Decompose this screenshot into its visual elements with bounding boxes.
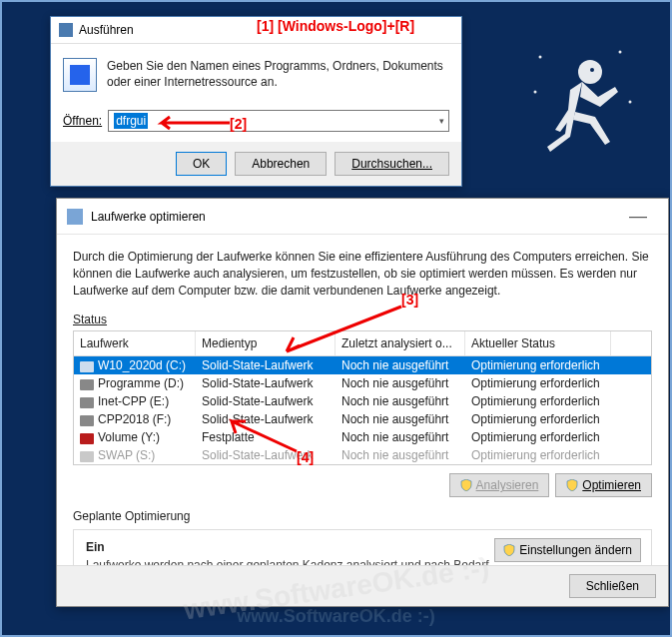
change-settings-button[interactable]: Einstellungen ändern xyxy=(494,538,641,562)
drive-icon xyxy=(80,415,94,426)
table-row[interactable]: Programme (D:)Solid-State-LaufwerkNoch n… xyxy=(74,374,651,392)
scheduled-label: Geplante Optimierung xyxy=(73,509,652,523)
sched-on: Ein xyxy=(86,540,146,554)
drive-name: Volume (Y:) xyxy=(98,430,160,444)
drive-name: SWAP (S:) xyxy=(98,448,155,462)
drive-name: Programme (D:) xyxy=(98,376,184,390)
drive-type: Solid-State-Laufwerk xyxy=(196,410,336,428)
drive-name: W10_2020d (C:) xyxy=(98,358,186,372)
optimizer-titlebar[interactable]: Laufwerke optimieren — xyxy=(57,199,668,235)
ok-button[interactable]: OK xyxy=(176,152,227,176)
shield-icon xyxy=(460,479,472,491)
table-row[interactable]: Volume (Y:)FestplatteNoch nie ausgeführt… xyxy=(74,428,651,446)
drive-status: Optimierung erforderlich xyxy=(465,410,611,428)
analyze-button[interactable]: Analysieren xyxy=(449,473,550,497)
drive-last: Noch nie ausgeführt xyxy=(336,374,465,392)
drive-status: Optimierung erforderlich xyxy=(465,392,611,410)
svg-point-2 xyxy=(539,56,542,59)
svg-point-3 xyxy=(619,51,622,54)
drive-last: Noch nie ausgeführt xyxy=(336,428,465,446)
optimizer-icon xyxy=(67,209,83,225)
dropdown-icon[interactable]: ▾ xyxy=(439,116,444,126)
shield-icon xyxy=(566,479,578,491)
status-label: Status xyxy=(73,313,652,326)
col-drive[interactable]: Laufwerk xyxy=(74,331,196,355)
open-label: Öffnen: xyxy=(63,114,102,128)
run-title: Ausführen xyxy=(79,23,453,37)
table-header: Laufwerk Medientyp Zuletzt analysiert o.… xyxy=(74,331,651,356)
drive-icon xyxy=(80,361,94,372)
open-input[interactable]: dfrgui ▾ xyxy=(108,110,449,132)
shield-icon xyxy=(503,544,515,556)
drives-table: Laufwerk Medientyp Zuletzt analysiert o.… xyxy=(73,330,652,465)
drive-type: Festplatte xyxy=(196,428,336,446)
optimizer-title: Laufwerke optimieren xyxy=(91,210,618,224)
run-app-icon xyxy=(63,58,97,92)
svg-point-5 xyxy=(534,91,537,94)
drive-last: Noch nie ausgeführt xyxy=(336,410,465,428)
drive-status: Optimierung erforderlich xyxy=(465,356,611,374)
col-last[interactable]: Zuletzt analysiert o... xyxy=(336,331,465,355)
drive-type: Solid-State-Laufwerk xyxy=(196,392,336,410)
svg-point-4 xyxy=(629,101,632,104)
drive-status: Optimierung erforderlich xyxy=(465,428,611,446)
run-dialog: Ausführen Geben Sie den Namen eines Prog… xyxy=(50,16,462,187)
drive-last: Noch nie ausgeführt xyxy=(336,446,465,464)
drive-status: Optimierung erforderlich xyxy=(465,446,611,464)
open-input-value: dfrgui xyxy=(114,113,148,129)
run-description: Geben Sie den Namen eines Programms, Ord… xyxy=(107,58,449,92)
run-titlebar[interactable]: Ausführen xyxy=(51,17,461,44)
cancel-button[interactable]: Abbrechen xyxy=(235,152,327,176)
drive-icon xyxy=(80,451,94,462)
drive-last: Noch nie ausgeführt xyxy=(336,392,465,410)
drive-icon xyxy=(80,433,94,444)
col-status[interactable]: Aktueller Status xyxy=(465,331,611,355)
table-row[interactable]: Inet-CPP (E:)Solid-State-LaufwerkNoch ni… xyxy=(74,392,651,410)
optimizer-window: Laufwerke optimieren — Durch die Optimie… xyxy=(56,198,669,607)
drive-type: Solid-State-Laufwerk xyxy=(196,356,336,374)
drive-name: Inet-CPP (E:) xyxy=(98,394,169,408)
drive-type: Solid-State-Laufwerk xyxy=(196,374,336,392)
drive-icon xyxy=(80,397,94,408)
browse-button[interactable]: Durchsuchen... xyxy=(335,152,449,176)
optimize-button[interactable]: Optimieren xyxy=(555,473,652,497)
watermark-left: www.SoftwareOK.de :-) xyxy=(0,0,4,220)
run-icon xyxy=(59,23,73,37)
drive-name: CPP2018 (F:) xyxy=(98,412,171,426)
col-mediatype[interactable]: Medientyp xyxy=(196,331,336,355)
drive-status: Optimierung erforderlich xyxy=(465,374,611,392)
svg-point-1 xyxy=(590,68,594,72)
table-row[interactable]: SWAP (S:)Solid-State-LaufwerkNoch nie au… xyxy=(74,446,651,464)
close-button[interactable]: Schließen xyxy=(569,574,656,598)
table-row[interactable]: CPP2018 (F:)Solid-State-LaufwerkNoch nie… xyxy=(74,410,651,428)
drive-type: Solid-State-Laufwerk xyxy=(196,446,336,464)
optimizer-intro: Durch die Optimierung der Laufwerke könn… xyxy=(73,249,652,299)
drive-icon xyxy=(80,379,94,390)
minimize-button[interactable]: — xyxy=(618,206,658,227)
drive-last: Noch nie ausgeführt xyxy=(336,356,465,374)
watermark-bottom: www.SoftwareOK.de :-) xyxy=(237,606,434,627)
table-row[interactable]: W10_2020d (C:)Solid-State-LaufwerkNoch n… xyxy=(74,356,651,374)
decorative-figure xyxy=(520,42,640,182)
svg-point-0 xyxy=(578,60,602,84)
